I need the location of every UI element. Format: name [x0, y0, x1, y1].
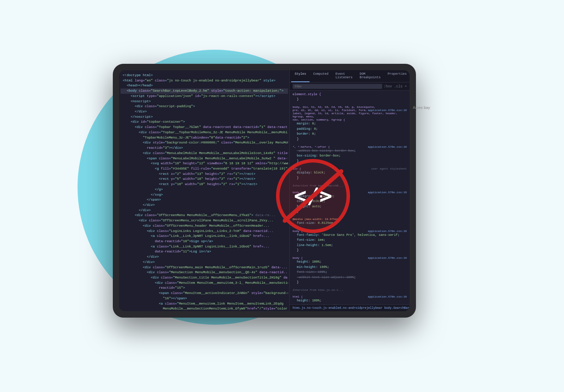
- filter-options: :hov .cls +: [384, 85, 407, 88]
- style-selector-row: *, *:before, *:after { application.578e.…: [293, 145, 407, 148]
- style-prop: -webkit-text-size-adjust: 100%;: [293, 275, 407, 280]
- style-prop: }: [293, 97, 407, 102]
- style-selector: element.style {: [293, 93, 407, 96]
- tab-event-listeners[interactable]: Event Listeners: [332, 70, 356, 82]
- filter-input[interactable]: [293, 84, 382, 89]
- code-line: </div>: [121, 109, 288, 115]
- code-line: "TopbarMobileMenu_3z-JE" tabindex="0" da…: [121, 135, 288, 141]
- code-line: data-reactid="11">Log in</a>: [121, 249, 288, 255]
- code-line: <div class="noscript-padding">: [121, 104, 288, 109]
- style-section-reset: body, div, h1, h2, h3, h4, h5, h6, p, bl…: [293, 105, 407, 142]
- code-line: <span class="MenuLabelMobile MenuMobile_…: [121, 156, 288, 161]
- style-prop: margin: 0;: [293, 121, 407, 126]
- style-prop: font-size: 100%;: [293, 270, 407, 275]
- code-line: </div>: [121, 203, 288, 208]
- code-line: <!doctype html>: [121, 73, 288, 78]
- code-line: <span class="MenuItem__activeIndicator_2…: [121, 291, 288, 296]
- code-line: </g>: [121, 187, 288, 192]
- code-line: <head></head>: [121, 83, 288, 88]
- style-prop: height: 100%;: [293, 298, 407, 303]
- code-line: <a class="Link__Link_3pNRT LoginLinks__l…: [121, 244, 288, 250]
- code-line: <div class="MenuLabelMobile MenuMobile__…: [121, 151, 288, 156]
- style-prop: }: [293, 280, 407, 285]
- style-prop: border: 0;: [293, 131, 407, 136]
- style-prop: height: 100%;: [293, 259, 407, 264]
- code-line: reactid="15">: [121, 286, 288, 291]
- tab-dom-breakpoints[interactable]: DOM Breakpoints: [356, 70, 384, 82]
- code-line: </div>: [121, 208, 288, 213]
- style-prop: padding: 0;: [293, 127, 407, 131]
- inherited-from-label: Inherited from html.js.no-t...: [293, 288, 407, 292]
- devtools-panel: <!doctype html> <html lang="en" class="j…: [119, 70, 410, 311]
- tab-styles[interactable]: Styles: [291, 70, 309, 82]
- styles-tabs: Styles Computed Event Listeners DOM Brea…: [290, 70, 410, 82]
- code-line: <div class="MenuItem MenuItem__menuitem_…: [121, 281, 288, 286]
- style-selector-cont2: label, legend, th, td, article, aside, f…: [293, 112, 407, 118]
- code-line: <div style="background-color:#000000;" c…: [121, 140, 288, 146]
- code-line: <script type="application/json" id="js-r…: [121, 94, 288, 99]
- style-selector-cont3: nav, section, summary, hgroup {: [293, 118, 407, 121]
- style-prop: line-height: 1.5em;: [293, 243, 407, 248]
- style-selector-row: html { application.578e.css:16: [293, 295, 407, 298]
- tablet-screen: <!doctype html> <html lang="en" class="j…: [119, 70, 410, 311]
- code-line: <rect y="10" width="18" height="2" rx="1…: [121, 182, 288, 187]
- style-prop: -webkit-box-sizing: border-box;: [293, 148, 407, 153]
- style-prop: font-size: 1em;: [293, 238, 407, 243]
- scene: <!doctype html> <html lang="en" class="j…: [70, 29, 494, 363]
- code-line: <div class="MenuSection MenuMobile__menu…: [121, 270, 288, 275]
- code-line: MenuMobile__menuSectionMenuItemLink_GfyW…: [121, 306, 288, 311]
- code-line: <a class="Link__Link_3pNRT LoginLinks__l…: [121, 234, 288, 239]
- tab-computed[interactable]: Computed: [309, 70, 332, 82]
- style-prop: min-height: 100%;: [293, 265, 407, 270]
- style-section-element: element.style { }: [293, 93, 407, 102]
- style-section-html1: html { application.578e.css:16 height: 1…: [293, 295, 407, 305]
- code-line: <div class="Topbar__TopbarMobileMenu_3z-…: [121, 130, 288, 135]
- code-line: </div>: [121, 255, 288, 260]
- filter-bar: :hov .cls +: [290, 82, 410, 91]
- code-line: <div class="OffScreenMenu_header MenuMob…: [121, 223, 288, 229]
- tab-properties[interactable]: Properties: [384, 70, 410, 82]
- code-line: <div id="topbar-container">: [121, 120, 288, 125]
- code-line: <div class="OffScreenMenu MenuMobile__of…: [121, 213, 288, 218]
- html-source-panel: <!doctype html> <html lang="en" class="j…: [119, 70, 290, 311]
- code-line: </span>: [121, 197, 288, 203]
- code-line: </div>: [121, 260, 288, 265]
- style-prop: }: [293, 248, 407, 253]
- code-line: <body class="SearchBar_topLevelBody_2.hm…: [121, 88, 288, 94]
- style-selector-row: body { application.578e.css:16: [293, 256, 407, 259]
- tablet-device: <!doctype html> <html lang="en" class="j…: [113, 64, 416, 318]
- code-line: <div class="LoginLinks LoginLinks__Links…: [121, 229, 288, 234]
- code-line: <div class="MenuSection_title MenuMobile…: [121, 275, 288, 281]
- code-line: </svg>: [121, 192, 288, 198]
- code-line: <div class="OffScreenMenu_main MenuMobil…: [121, 265, 288, 270]
- no-code-badge: </>: [274, 157, 352, 235]
- code-line: <div class="OffScreenMenu_scrollPane Men…: [121, 218, 288, 223]
- code-line: reactid="3"></div>: [121, 146, 288, 151]
- code-line: <rect y="5" width="18" height="2" rx="1"…: [121, 177, 288, 182]
- acres-bay-label: Acres bay: [413, 105, 430, 110]
- style-source-link: body, div, h1, h2, h3, h4, h5, h6, p, bl…: [293, 105, 407, 109]
- code-line: <rect x="2" width="13" height="2" rx="1"…: [121, 172, 288, 177]
- code-line: <a class="MenuItem__menuitem_link MenuIt…: [121, 301, 288, 307]
- code-line: <html lang="en" class="js no-touch js-en…: [121, 78, 288, 84]
- code-line: "16"></span>: [121, 296, 288, 301]
- style-section-inherited-html: Inherited from html.js.no-t...: [293, 288, 407, 292]
- code-line: data-reactid="10">Sign up</a>: [121, 239, 288, 244]
- code-line: </noscript>: [121, 115, 288, 120]
- code-line: <g fill="#34495E" fill-rule="evenodd" tr…: [121, 166, 288, 172]
- breadcrumb: htms.js.no-touch.js-enabled.no-androidpr…: [290, 305, 410, 311]
- code-line: <svg width="18" height="12" viewBox="0 1…: [121, 161, 288, 166]
- style-prop: }: [293, 137, 407, 142]
- code-line: <div class="Topbar Topbar__7GlWt" data-r…: [121, 125, 288, 130]
- style-section-body3: body { application.578e.css:16 height: 1…: [293, 256, 407, 285]
- code-line: <noscript>: [121, 99, 288, 104]
- no-code-icon: </>: [274, 157, 352, 235]
